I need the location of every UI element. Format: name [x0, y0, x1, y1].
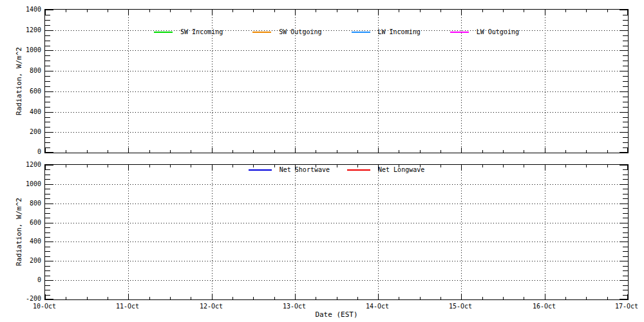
- y-minor-tick: [45, 46, 50, 46]
- y-minor-tick: [623, 127, 628, 128]
- y-tick-label: 1000: [8, 180, 41, 187]
- x-major-tick: [128, 294, 129, 299]
- x-minor-tick: [191, 297, 191, 299]
- x-minor-tick: [524, 10, 524, 12]
- y-minor-tick: [623, 117, 628, 118]
- x-minor-tick: [565, 10, 566, 12]
- x-minor-tick: [253, 150, 254, 153]
- x-minor-tick: [440, 10, 441, 12]
- x-minor-tick: [108, 150, 108, 153]
- y-minor-tick: [45, 97, 50, 97]
- y-minor-tick: [623, 232, 628, 233]
- x-minor-tick: [482, 150, 483, 153]
- y-minor-tick: [623, 237, 628, 238]
- y-tick-label: 200: [8, 257, 41, 264]
- x-major-tick: [627, 10, 628, 15]
- x-major-tick: [45, 147, 46, 153]
- gridline-horizontal: [45, 91, 628, 92]
- x-minor-tick: [420, 10, 421, 12]
- x-minor-tick: [316, 150, 316, 153]
- y-major-tick: [45, 91, 53, 92]
- legend-line-swatch: [249, 169, 272, 171]
- y-minor-tick: [45, 127, 50, 128]
- x-minor-tick: [316, 297, 316, 299]
- x-major-tick: [627, 147, 628, 153]
- x-minor-tick: [607, 150, 608, 153]
- y-minor-tick: [623, 175, 628, 175]
- x-major-tick: [128, 147, 129, 153]
- legend-line-swatch: [347, 169, 370, 171]
- gridline-horizontal: [45, 223, 628, 223]
- x-minor-tick: [357, 150, 358, 153]
- gridline-horizontal: [45, 132, 628, 133]
- x-tick-label: 11-Oct: [105, 303, 150, 310]
- x-tick-label: 17-Oct: [604, 303, 644, 310]
- y-minor-tick: [623, 194, 628, 194]
- gridline-horizontal: [45, 50, 628, 51]
- y-tick-label: 400: [8, 238, 41, 245]
- x-minor-tick: [232, 150, 233, 153]
- y-minor-tick: [45, 107, 50, 108]
- y-minor-tick: [45, 189, 50, 189]
- x-axis-label: Date (EST): [44, 311, 629, 319]
- y-tick-label: 800: [8, 67, 41, 74]
- y-major-tick: [45, 165, 53, 166]
- y-minor-tick: [623, 137, 628, 138]
- y-major-tick: [45, 280, 53, 281]
- x-minor-tick: [274, 297, 275, 299]
- x-minor-tick: [399, 150, 399, 153]
- y-minor-tick: [45, 276, 50, 276]
- radiation-figure: CREST Radiation Data at Caribou, ME Oct …: [0, 0, 644, 322]
- y-minor-tick: [623, 227, 628, 228]
- gridline-vertical: [212, 165, 213, 299]
- y-minor-tick: [623, 41, 628, 41]
- x-minor-tick: [316, 10, 316, 12]
- legend-line-swatch: [450, 32, 469, 33]
- legend-item: SW Outgoing: [252, 28, 321, 36]
- y-major-tick: [620, 132, 628, 133]
- legend-item: Net Longwave: [347, 166, 424, 174]
- y-major-tick: [45, 223, 53, 223]
- x-minor-tick: [191, 10, 191, 12]
- y-minor-tick: [623, 290, 628, 290]
- legend-label: SW Outgoing: [279, 28, 321, 36]
- x-minor-tick: [565, 150, 566, 153]
- y-tick-label: 1200: [8, 26, 41, 33]
- y-minor-tick: [45, 66, 50, 66]
- y-minor-tick: [45, 175, 50, 175]
- y-minor-tick: [623, 285, 628, 286]
- y-minor-tick: [45, 208, 50, 209]
- legend-label: LW Outgoing: [477, 28, 519, 36]
- x-minor-tick: [586, 150, 587, 153]
- y-minor-tick: [623, 55, 628, 56]
- x-minor-tick: [503, 150, 504, 153]
- y-major-tick: [620, 280, 628, 281]
- x-minor-tick: [565, 297, 566, 299]
- x-major-tick: [378, 147, 379, 153]
- y-major-tick: [45, 112, 53, 113]
- legend-label: SW Incoming: [180, 28, 223, 36]
- x-minor-tick: [274, 150, 275, 153]
- y-minor-tick: [45, 285, 50, 286]
- y-major-tick: [620, 242, 628, 242]
- x-major-tick: [545, 10, 545, 15]
- y-minor-tick: [623, 76, 628, 77]
- gridline-horizontal: [45, 112, 628, 113]
- y-minor-tick: [45, 232, 50, 233]
- y-tick-label: 1000: [8, 46, 41, 53]
- x-minor-tick: [87, 150, 88, 153]
- x-major-tick: [545, 294, 545, 299]
- gridline-vertical: [128, 165, 129, 299]
- y-minor-tick: [45, 41, 50, 41]
- x-major-tick: [295, 294, 296, 299]
- y-minor-tick: [623, 270, 628, 271]
- x-tick-label: 16-Oct: [522, 303, 567, 310]
- x-major-tick: [295, 147, 296, 153]
- y-major-tick: [45, 132, 53, 133]
- gridline-horizontal: [45, 280, 628, 281]
- x-tick-label: 10-Oct: [22, 303, 67, 310]
- y-major-tick: [620, 261, 628, 261]
- legend-label: LW Incoming: [378, 28, 421, 36]
- x-minor-tick: [170, 150, 171, 153]
- y-minor-tick: [45, 25, 50, 26]
